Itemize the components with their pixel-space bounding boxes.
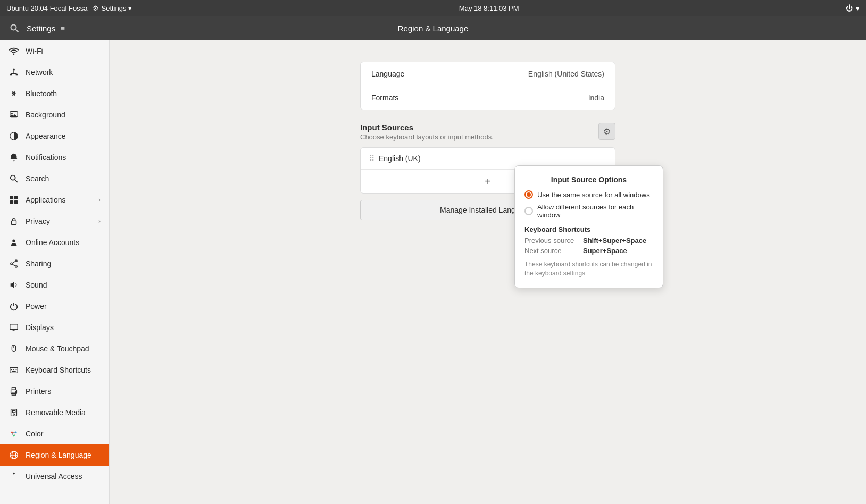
system-bar-left: Ubuntu 20.04 Focal Fossa ⚙ Settings ▾ <box>6 4 132 12</box>
svg-rect-23 <box>10 324 18 330</box>
privacy-icon <box>9 216 19 226</box>
language-formats-card: Language English (United States) Formats… <box>360 62 615 110</box>
sidebar-item-displays-label: Displays <box>26 323 101 332</box>
content-area: Language English (United States) Formats… <box>110 40 866 504</box>
sidebar-item-network-label: Network <box>26 68 101 77</box>
svg-rect-15 <box>14 200 18 204</box>
header-menu-button[interactable]: ≡ <box>57 21 68 36</box>
system-settings-button[interactable]: ⚙ Settings ▾ <box>93 4 132 12</box>
input-source-options-popover: Input Source Options Use the same source… <box>514 165 663 288</box>
sidebar-item-keyboard-shortcuts[interactable]: Keyboard Shortcuts <box>0 359 109 381</box>
sidebar-item-background[interactable]: Background <box>0 104 109 125</box>
sidebar-item-region-language[interactable]: Region & Language <box>0 444 109 466</box>
bluetooth-icon <box>9 88 19 99</box>
language-value: English (United States) <box>528 70 604 78</box>
shortcut-previous-source: Previous source Shift+Super+Space <box>524 237 653 245</box>
sidebar-item-mouse-touchpad[interactable]: Mouse & Touchpad <box>0 338 109 359</box>
shortcut-next-label: Next source <box>524 247 583 255</box>
background-icon <box>9 110 19 120</box>
shortcut-next-source: Next source Super+Space <box>524 247 653 255</box>
svg-point-20 <box>15 266 18 268</box>
svg-rect-16 <box>12 221 16 224</box>
sidebar-item-keyboard-label: Keyboard Shortcuts <box>26 366 101 374</box>
removable-media-icon <box>9 407 19 418</box>
sidebar-item-network[interactable]: Network <box>0 62 109 83</box>
displays-icon <box>9 322 19 333</box>
sidebar-item-removable-label: Removable Media <box>26 408 101 417</box>
applications-arrow-icon: › <box>98 196 101 204</box>
svg-line-22 <box>12 264 15 266</box>
input-source-options-button[interactable]: ⚙ <box>598 123 615 140</box>
mouse-icon <box>9 343 19 354</box>
sidebar-item-wifi[interactable]: Wi-Fi <box>0 40 109 62</box>
network-icon <box>9 67 19 78</box>
sound-icon <box>9 280 19 290</box>
sidebar-item-universal-access[interactable]: Universal Access <box>0 466 109 487</box>
header-search-button[interactable] <box>6 20 22 36</box>
applications-icon <box>9 195 19 205</box>
svg-point-36 <box>16 391 17 392</box>
notifications-icon <box>9 152 19 163</box>
sidebar-item-color[interactable]: Color <box>0 423 109 444</box>
input-sources-header: Input Sources Choose keyboard layouts or… <box>360 123 615 141</box>
sharing-icon <box>9 258 19 269</box>
sidebar-item-search-label: Search <box>26 174 101 183</box>
drag-handle-icon: ⠿ <box>369 154 373 163</box>
search-sidebar-icon <box>9 173 19 184</box>
input-source-label: English (UK) <box>379 154 421 163</box>
sidebar-item-sound[interactable]: Sound <box>0 274 109 296</box>
sidebar-item-removable-media[interactable]: Removable Media <box>0 402 109 423</box>
sidebar-item-privacy[interactable]: Privacy › <box>0 211 109 232</box>
svg-point-47 <box>13 473 15 475</box>
color-icon <box>9 429 19 439</box>
svg-point-8 <box>11 113 13 114</box>
sidebar-item-sharing[interactable]: Sharing <box>0 253 109 274</box>
sidebar-item-sharing-label: Sharing <box>26 259 101 268</box>
region-icon <box>9 450 19 460</box>
svg-rect-28 <box>10 368 18 373</box>
sidebar-item-privacy-label: Privacy <box>26 217 92 225</box>
shortcut-next-key: Super+Space <box>583 247 627 255</box>
radio-label-same-source: Use the same source for all windows <box>537 191 650 199</box>
sidebar-item-region-label: Region & Language <box>26 451 101 459</box>
svg-line-21 <box>12 262 15 264</box>
sidebar-item-bluetooth[interactable]: Bluetooth <box>0 83 109 104</box>
printers-icon <box>9 386 19 397</box>
svg-rect-2 <box>13 69 15 71</box>
popover-note: These keyboard shortcuts can be changed … <box>524 260 653 278</box>
distro-label: Ubuntu 20.04 Focal Fossa <box>6 4 87 12</box>
popover-title: Input Source Options <box>524 175 653 184</box>
svg-point-18 <box>15 260 18 262</box>
sidebar-item-online-accounts[interactable]: Online Accounts <box>0 232 109 253</box>
sidebar-item-printers-label: Printers <box>26 387 101 396</box>
app-title: Settings <box>27 24 55 33</box>
system-bar: Ubuntu 20.04 Focal Fossa ⚙ Settings ▾ Ma… <box>0 0 866 16</box>
sidebar-item-appearance[interactable]: Appearance <box>0 125 109 147</box>
keyboard-icon <box>9 365 19 375</box>
radio-option-same-source[interactable]: Use the same source for all windows <box>524 190 653 199</box>
sidebar-item-power-label: Power <box>26 302 101 310</box>
sidebar-item-power[interactable]: Power <box>0 296 109 317</box>
language-row[interactable]: Language English (United States) <box>361 62 615 86</box>
sidebar-item-applications[interactable]: Applications › <box>0 189 109 211</box>
svg-rect-12 <box>10 196 13 199</box>
system-settings-label: Settings <box>101 4 126 12</box>
plus-icon: + <box>485 175 491 188</box>
sidebar-item-wifi-label: Wi-Fi <box>26 47 101 55</box>
sidebar-item-background-label: Background <box>26 111 101 119</box>
radio-dot-different-source <box>524 207 533 215</box>
radio-option-different-source[interactable]: Allow different sources for each window <box>524 203 653 219</box>
sidebar-item-applications-label: Applications <box>26 196 92 204</box>
shortcut-previous-label: Previous source <box>524 237 583 245</box>
formats-row[interactable]: Formats India <box>361 86 615 110</box>
sidebar-item-search[interactable]: Search <box>0 168 109 189</box>
appearance-icon <box>9 131 19 141</box>
language-label: Language <box>371 70 404 78</box>
main-area: Wi-Fi Network Bluetooth <box>0 40 866 504</box>
sidebar-item-notifications-label: Notifications <box>26 153 101 162</box>
svg-rect-34 <box>12 388 15 390</box>
sidebar-item-notifications[interactable]: Notifications <box>0 147 109 168</box>
sidebar-item-printers[interactable]: Printers <box>0 381 109 402</box>
search-icon <box>10 23 19 33</box>
sidebar-item-displays[interactable]: Displays <box>0 317 109 338</box>
